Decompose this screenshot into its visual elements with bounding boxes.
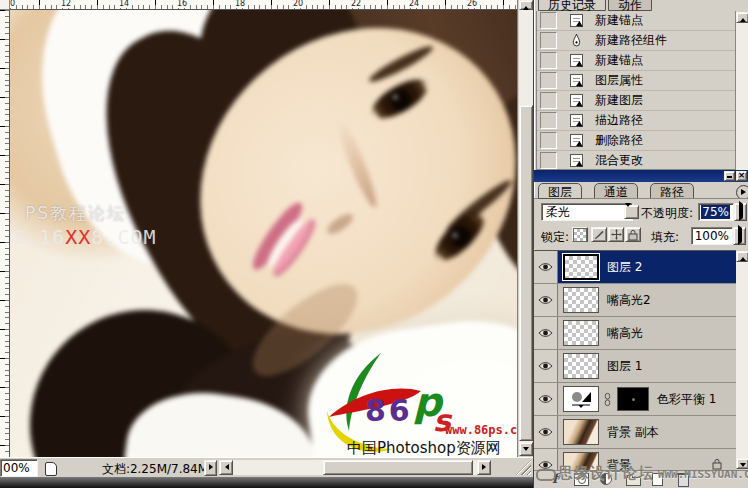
lock-position-button[interactable] (608, 227, 624, 242)
document-canvas[interactable]: PS教程论坛 BS.16XX8.COM 86 p s www.86ps.com … (10, 10, 517, 457)
palette-panels: 历史记录 动作 新建锚点 新建路径组件 (533, 0, 748, 488)
history-source-checkbox[interactable] (540, 152, 557, 169)
layer-mask-thumbnail[interactable] (617, 387, 649, 411)
history-state-icon (570, 14, 583, 27)
eye-icon (538, 427, 553, 437)
scroll-up-button[interactable] (736, 12, 748, 23)
history-palette-tabs: 历史记录 动作 (536, 0, 747, 11)
hscroll-left-button[interactable] (219, 460, 233, 475)
hscroll-right-button[interactable] (477, 460, 491, 475)
layer-name: 图层 1 (607, 358, 642, 375)
minimize-button[interactable] (724, 171, 735, 181)
visibility-toggle[interactable] (534, 251, 558, 283)
layer-row[interactable]: 色彩平衡 1 (534, 383, 736, 416)
adjustment-layer-button[interactable] (600, 473, 612, 485)
layer-name: 图层 2 (607, 259, 642, 276)
fill-field[interactable]: 100% (691, 227, 733, 245)
ruler-origin[interactable] (0, 0, 10, 10)
lock-paint-button[interactable] (591, 227, 607, 242)
history-source-checkbox[interactable] (540, 32, 557, 49)
blend-mode-select[interactable]: 柔光 (541, 203, 633, 221)
new-group-button[interactable] (626, 477, 641, 486)
history-item[interactable]: 新建路径组件 (537, 31, 735, 51)
lock-all-button[interactable] (625, 227, 641, 242)
layer-thumbnail[interactable] (563, 254, 599, 280)
scroll-up-button[interactable] (519, 0, 533, 10)
zoom-level-field[interactable]: 00% (0, 459, 38, 477)
lock-transparency-button[interactable] (572, 227, 588, 242)
layers-palette: 图层 通道 路径 柔光 不透明度: 75% 锁定: (534, 170, 748, 488)
eye-icon (538, 295, 553, 305)
delete-layer-button[interactable] (678, 475, 689, 487)
history-item[interactable]: 删除路径 (537, 131, 735, 151)
tab-paths[interactable]: 路径 (650, 183, 694, 199)
history-item[interactable]: 新建锚点 (537, 51, 735, 71)
window-bottom-edge (0, 477, 533, 488)
layer-row[interactable]: 图层 1 (534, 350, 736, 383)
horizontal-ruler[interactable]: 10 12 14 16 18 20 22 24 26 (10, 0, 517, 10)
scroll-down-button[interactable] (736, 458, 748, 469)
fill-spinner-button[interactable] (733, 227, 746, 245)
canvas-vertical-scrollbar[interactable] (517, 0, 533, 457)
status-menu-button[interactable] (204, 460, 217, 476)
history-list: 新建锚点 新建路径组件 新建锚点 图层属性 (536, 11, 736, 170)
vertical-ruler[interactable] (0, 10, 10, 457)
history-source-checkbox[interactable] (540, 52, 557, 69)
layer-thumbnail[interactable] (563, 353, 599, 379)
visibility-toggle[interactable] (534, 350, 558, 382)
visibility-toggle[interactable] (534, 383, 558, 415)
history-item[interactable]: 新建锚点 (537, 11, 735, 31)
layer-style-button[interactable] (548, 473, 563, 486)
visibility-toggle[interactable] (534, 317, 558, 349)
layer-thumbnail[interactable] (563, 287, 599, 313)
opacity-field[interactable]: 75% (698, 203, 734, 221)
history-source-checkbox[interactable] (540, 112, 557, 129)
layer-thumbnail[interactable] (563, 452, 599, 471)
layer-row[interactable]: 背景 (534, 449, 736, 471)
tab-channels[interactable]: 通道 (594, 183, 638, 199)
history-source-checkbox[interactable] (540, 132, 557, 149)
scroll-down-button[interactable] (519, 442, 533, 456)
tab-history[interactable]: 历史记录 (538, 0, 606, 11)
adjustment-layer-thumbnail[interactable] (563, 386, 599, 412)
visibility-toggle[interactable] (534, 416, 558, 448)
layer-row[interactable]: 嘴高光2 (534, 284, 736, 317)
layer-thumbnail[interactable] (563, 419, 599, 445)
palette-title-bar[interactable] (534, 170, 748, 182)
history-source-checkbox[interactable] (540, 12, 557, 29)
scroll-thumb[interactable] (519, 105, 533, 441)
history-item[interactable]: 新建图层 (537, 91, 735, 111)
layer-row[interactable]: 背景 副本 (534, 416, 736, 449)
visibility-toggle[interactable] (534, 449, 558, 471)
tab-layers[interactable]: 图层 (538, 183, 582, 199)
close-button[interactable] (736, 171, 747, 181)
window-resize-grip[interactable] (516, 460, 531, 475)
layers-scrollbar[interactable] (736, 250, 748, 470)
tab-actions[interactable]: 动作 (608, 0, 652, 11)
history-item[interactable]: 图层属性 (537, 71, 735, 91)
logo-url: www.86ps.com (445, 423, 517, 437)
history-item[interactable]: 混合更改 (537, 151, 735, 170)
watermark-text-red: XX (65, 225, 91, 249)
visibility-toggle[interactable] (534, 284, 558, 316)
scroll-track[interactable] (736, 262, 748, 458)
add-mask-button[interactable] (574, 473, 589, 486)
opacity-spinner-button[interactable] (734, 203, 747, 221)
hscroll-thumb[interactable] (323, 460, 473, 475)
history-item[interactable]: 描边路径 (537, 111, 735, 131)
history-state-icon (570, 74, 583, 87)
history-scrollbar[interactable] (736, 11, 748, 170)
history-source-checkbox[interactable] (540, 72, 557, 89)
history-source-checkbox[interactable] (540, 92, 557, 109)
layer-thumbnail[interactable] (563, 320, 599, 346)
scroll-up-button[interactable] (736, 251, 748, 262)
lock-label: 锁定: (541, 229, 569, 246)
scroll-track[interactable] (736, 23, 748, 170)
layers-list: 图层 2 嘴高光2 嘴高光 (534, 250, 736, 471)
layer-row[interactable]: 嘴高光 (534, 317, 736, 350)
new-layer-button[interactable] (652, 473, 663, 486)
photoshop-window: 10 12 14 16 18 20 22 24 26 (0, 0, 748, 488)
chevron-down-icon[interactable] (624, 205, 639, 219)
layer-row[interactable]: 图层 2 (534, 251, 736, 284)
canvas-watermark-line2: BS.16XX8.COM (10, 225, 157, 249)
